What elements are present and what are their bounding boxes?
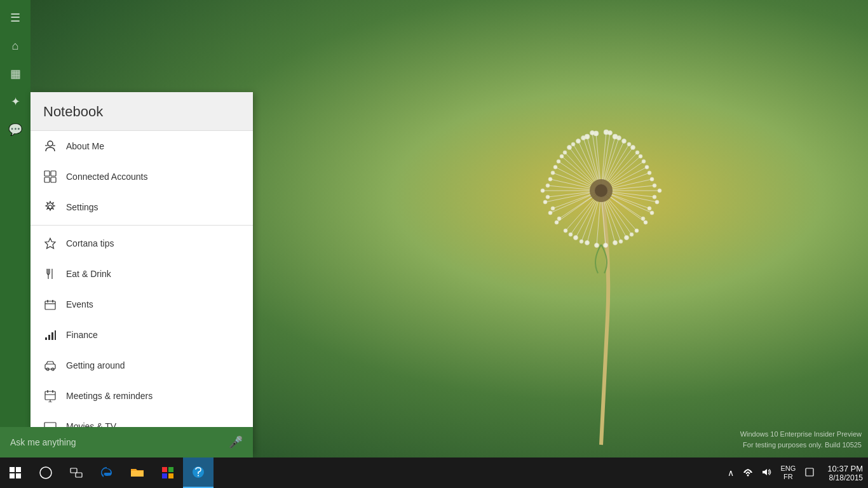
hamburger-menu-button[interactable]: ☰ <box>4 6 27 29</box>
store-taskbar-app[interactable] <box>153 458 183 488</box>
notebook-item-getting-around[interactable]: Getting around <box>31 350 253 381</box>
notebook-panel: Notebook About Me Connected Accounts Set… <box>31 92 253 454</box>
tips-button[interactable]: ✦ <box>4 90 27 113</box>
svg-point-20 <box>639 154 642 158</box>
meetings-reminders-label: Meetings & reminders <box>66 391 153 401</box>
svg-point-80 <box>642 159 646 163</box>
svg-point-94 <box>551 207 555 210</box>
svg-rect-154 <box>76 473 82 477</box>
notebook-item-events[interactable]: Events <box>31 289 253 320</box>
svg-point-70 <box>571 142 575 146</box>
taskbar: ∧ ENG FR 10:37 PM 8/18/2015 <box>0 458 868 488</box>
home-button[interactable]: ⌂ <box>4 34 27 57</box>
start-button[interactable] <box>0 458 31 488</box>
events-label: Events <box>66 299 93 309</box>
feedback-button[interactable]: 💬 <box>4 118 27 141</box>
notebook-item-settings[interactable]: Settings <box>31 192 253 222</box>
svg-rect-130 <box>51 332 53 340</box>
svg-point-12 <box>622 139 627 144</box>
network-icon[interactable] <box>740 466 756 480</box>
svg-point-104 <box>630 233 634 236</box>
svg-rect-158 <box>162 473 167 478</box>
svg-point-48 <box>635 229 639 233</box>
watermark-line1: Windows 10 Enterprise Insider Preview <box>740 429 862 440</box>
svg-rect-129 <box>48 335 50 340</box>
connected-accounts-icon <box>43 170 57 184</box>
eat-drink-icon <box>43 267 57 281</box>
svg-point-108 <box>619 240 623 243</box>
svg-point-68 <box>617 136 621 140</box>
svg-point-16 <box>631 146 635 150</box>
svg-point-96 <box>648 207 651 210</box>
svg-point-32 <box>658 189 661 193</box>
svg-point-40 <box>650 211 654 215</box>
svg-point-66 <box>581 136 586 140</box>
ask-me-input[interactable] <box>10 437 229 447</box>
events-icon <box>43 297 57 311</box>
clock-area[interactable]: 10:37 PM 8/18/2015 <box>822 464 868 482</box>
svg-rect-153 <box>71 468 77 473</box>
svg-point-30 <box>541 189 545 193</box>
notifications-icon[interactable] <box>802 466 817 480</box>
notebook-item-eat-drink[interactable]: Eat & Drink <box>31 259 253 289</box>
svg-point-60 <box>604 243 608 248</box>
show-hidden-icons-button[interactable]: ∧ <box>725 466 736 479</box>
svg-point-106 <box>580 240 583 243</box>
svg-point-152 <box>40 467 51 478</box>
svg-point-56 <box>613 241 618 245</box>
svg-point-161 <box>198 475 199 477</box>
svg-point-58 <box>595 243 599 248</box>
getting-around-icon <box>43 358 57 372</box>
svg-rect-135 <box>45 391 55 400</box>
svg-rect-163 <box>806 468 813 476</box>
finance-label: Finance <box>66 330 98 340</box>
svg-point-54 <box>585 241 590 245</box>
notebook-button[interactable]: ▦ <box>4 62 27 85</box>
skype-taskbar-app[interactable] <box>183 458 214 488</box>
notebook-title: Notebook <box>31 92 253 131</box>
notebook-item-meetings-reminders[interactable]: Meetings & reminders <box>31 381 253 411</box>
language-indicator[interactable]: ENG FR <box>778 464 799 481</box>
svg-point-162 <box>747 474 749 476</box>
getting-around-label: Getting around <box>66 360 125 370</box>
svg-point-76 <box>635 151 639 154</box>
microphone-icon[interactable]: 🎤 <box>229 435 243 449</box>
svg-point-22 <box>553 165 557 169</box>
notebook-item-cortana-tips[interactable]: Cortana tips <box>31 228 253 259</box>
eat-drink-label: Eat & Drink <box>66 269 111 279</box>
cortana-tips-label: Cortana tips <box>66 238 114 248</box>
svg-marker-119 <box>45 238 55 248</box>
svg-point-92 <box>653 195 656 199</box>
svg-rect-156 <box>162 467 167 472</box>
task-view-button[interactable] <box>61 458 92 488</box>
svg-point-100 <box>641 217 645 220</box>
notebook-item-connected-accounts[interactable]: Connected Accounts <box>31 161 253 192</box>
svg-rect-148 <box>10 467 15 472</box>
svg-point-52 <box>625 236 629 240</box>
svg-point-74 <box>563 151 567 154</box>
svg-point-86 <box>546 184 550 187</box>
volume-icon[interactable] <box>759 466 775 480</box>
svg-rect-151 <box>16 473 21 478</box>
finance-icon <box>43 328 57 342</box>
notebook-divider <box>31 225 253 226</box>
cortana-taskbar-button[interactable] <box>31 458 61 488</box>
notebook-item-about-me[interactable]: About Me <box>31 131 253 161</box>
file-explorer-taskbar-app[interactable] <box>122 458 153 488</box>
svg-point-72 <box>627 142 631 146</box>
settings-label: Settings <box>66 202 98 212</box>
svg-rect-155 <box>131 471 144 477</box>
clock-date: 8/18/2015 <box>829 473 863 482</box>
svg-point-50 <box>574 236 578 240</box>
svg-point-84 <box>648 171 651 175</box>
svg-point-36 <box>655 200 659 204</box>
svg-point-28 <box>650 177 654 181</box>
svg-point-111 <box>48 141 53 146</box>
settings-icon <box>43 200 57 214</box>
cortana-search-bar: 🎤 <box>0 427 253 458</box>
svg-point-102 <box>569 233 573 236</box>
svg-rect-117 <box>51 177 56 182</box>
notebook-item-finance[interactable]: Finance <box>31 320 253 350</box>
system-tray: ∧ ENG FR <box>720 458 823 488</box>
edge-taskbar-app[interactable] <box>92 458 122 488</box>
